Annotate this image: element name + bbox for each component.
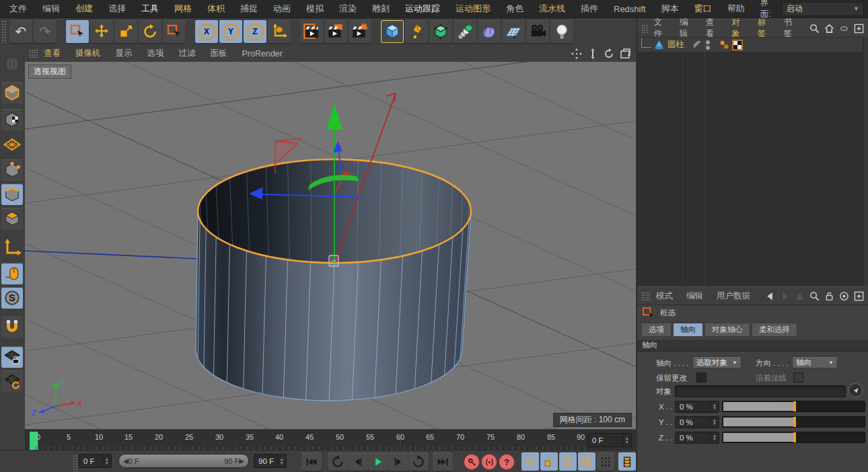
home-icon[interactable] bbox=[824, 24, 834, 34]
next-key-button[interactable] bbox=[408, 453, 429, 471]
z-slider[interactable] bbox=[722, 432, 865, 443]
zoom-view-icon[interactable] bbox=[587, 48, 598, 59]
stepper-icon[interactable]: ▲▼ bbox=[277, 455, 286, 467]
redo-button[interactable]: ↷ bbox=[34, 20, 57, 43]
goto-start-button[interactable] bbox=[301, 453, 322, 471]
am-menu-userdata[interactable]: 用户数据 bbox=[717, 290, 750, 302]
search-icon[interactable] bbox=[809, 291, 820, 301]
magnet-snap-button[interactable] bbox=[1, 317, 23, 338]
keying-settings-button[interactable]: ? bbox=[498, 453, 515, 471]
workplane-mode-cycle-button[interactable] bbox=[1, 370, 23, 392]
am-menu-mode[interactable]: 模式 bbox=[656, 290, 673, 302]
x-value-spinner[interactable]: 0 %▲▼ bbox=[675, 401, 719, 413]
prev-key-button[interactable] bbox=[328, 453, 348, 471]
current-frame-spinner[interactable]: 0 F ▲▼ bbox=[587, 433, 632, 447]
workplane-mode-button[interactable] bbox=[1, 134, 23, 155]
view-name-label[interactable]: 透视视图 bbox=[28, 65, 71, 79]
coordinate-system-button[interactable] bbox=[268, 20, 291, 43]
history-forward-icon[interactable] bbox=[780, 291, 790, 301]
stepper-icon[interactable]: ▲▼ bbox=[622, 434, 631, 446]
lock-workplane-button[interactable] bbox=[1, 346, 23, 368]
object-list[interactable]: 圆柱 bbox=[637, 37, 868, 286]
menu-help[interactable]: 帮助 bbox=[727, 3, 745, 15]
key-rotation-button[interactable] bbox=[559, 453, 577, 471]
add-spline-pen-button[interactable] bbox=[405, 20, 428, 43]
prev-frame-button[interactable] bbox=[348, 453, 368, 471]
pan-view-icon[interactable] bbox=[571, 48, 582, 59]
along-normals-checkbox[interactable] bbox=[793, 372, 803, 383]
keyframe-selection-button[interactable] bbox=[597, 453, 614, 471]
light-button[interactable] bbox=[550, 20, 573, 43]
menu-file[interactable]: 文件 bbox=[9, 3, 27, 15]
menu-simulate[interactable]: 模拟 bbox=[306, 3, 324, 15]
key-position-button[interactable] bbox=[521, 453, 539, 471]
stepper-icon[interactable]: ▲▼ bbox=[710, 401, 719, 412]
menu-plugins[interactable]: 插件 bbox=[581, 3, 598, 15]
om-menu-file[interactable]: 文件 bbox=[653, 17, 666, 40]
menu-snap[interactable]: 捕捉 bbox=[240, 3, 258, 15]
object-row-cylinder[interactable]: 圆柱 bbox=[637, 38, 863, 52]
z-value-spinner[interactable]: 0 %▲▼ bbox=[675, 432, 719, 444]
lock-z-axis-button[interactable]: Z bbox=[244, 20, 266, 43]
toggle-view-icon[interactable] bbox=[620, 48, 630, 59]
menu-motion-tracker[interactable]: 运动跟踪 bbox=[405, 3, 440, 15]
filter-path-icon[interactable] bbox=[839, 24, 849, 34]
menu-edit[interactable]: 编辑 bbox=[42, 3, 60, 15]
viewport-solo-button[interactable] bbox=[1, 263, 23, 284]
key-scale-button[interactable] bbox=[540, 453, 558, 471]
camera-button[interactable] bbox=[526, 20, 549, 43]
x-slider[interactable] bbox=[722, 401, 865, 412]
texture-mode-button[interactable] bbox=[1, 109, 23, 130]
attribute-drag-handle[interactable] bbox=[641, 292, 651, 301]
play-button[interactable] bbox=[368, 453, 388, 471]
frame-ruler[interactable]: 0 5 10 15 20 25 30 35 40 45 50 55 60 65 … bbox=[25, 431, 585, 450]
rotate-tool-button[interactable] bbox=[139, 20, 161, 43]
lock-icon[interactable] bbox=[824, 291, 834, 301]
stepper-icon[interactable]: ▲▼ bbox=[102, 455, 111, 467]
menu-window[interactable]: 窗口 bbox=[694, 3, 712, 15]
uvw-tag-icon[interactable] bbox=[732, 40, 743, 50]
visibility-dots-icon[interactable] bbox=[706, 40, 710, 50]
menu-volume[interactable]: 体积 bbox=[207, 3, 225, 15]
menu-mograph[interactable]: 运动图形 bbox=[456, 3, 491, 15]
search-icon[interactable] bbox=[809, 24, 820, 34]
z-slider-handle[interactable] bbox=[793, 432, 796, 442]
scale-tool-button[interactable] bbox=[114, 20, 137, 43]
om-menu-edit[interactable]: 编辑 bbox=[680, 17, 692, 40]
range-left-arrow-icon[interactable]: ◀ bbox=[123, 457, 129, 465]
keep-changes-checkbox[interactable] bbox=[696, 372, 707, 383]
stepper-icon[interactable]: ▲▼ bbox=[710, 417, 719, 428]
lock-y-axis-button[interactable]: Y bbox=[219, 20, 242, 43]
history-back-icon[interactable] bbox=[765, 291, 775, 301]
axis-mode-dropdown[interactable]: 选取对象▼ bbox=[692, 356, 742, 368]
direction-dropdown[interactable]: 轴向▼ bbox=[792, 356, 838, 368]
object-name[interactable]: 圆柱 bbox=[667, 39, 684, 50]
section-header[interactable]: 轴向 bbox=[637, 339, 868, 352]
vp-menu-panel[interactable]: 面板 bbox=[211, 48, 227, 59]
viewport-canvas[interactable]: 透视视图 网格间距 : 100 cm Y X Z bbox=[25, 62, 636, 429]
menu-select[interactable]: 选择 bbox=[108, 3, 126, 15]
object-manager-drag-handle[interactable] bbox=[641, 24, 648, 33]
target-icon[interactable] bbox=[839, 291, 849, 301]
undo-button[interactable]: ↶ bbox=[9, 20, 32, 43]
move-tool-button[interactable] bbox=[90, 20, 113, 43]
last-tool-button[interactable] bbox=[163, 20, 186, 43]
range-right-arrow-icon[interactable]: ▶ bbox=[239, 457, 244, 465]
vp-menu-view[interactable]: 查看 bbox=[44, 48, 61, 59]
vp-menu-prorender[interactable]: ProRender bbox=[242, 49, 283, 58]
menu-create[interactable]: 创建 bbox=[75, 3, 93, 15]
rotate-view-icon[interactable] bbox=[604, 48, 614, 59]
y-slider[interactable] bbox=[722, 416, 865, 428]
y-value-spinner[interactable]: 0 %▲▼ bbox=[675, 416, 719, 428]
render-to-picture-viewer-button[interactable] bbox=[324, 20, 347, 43]
sweep-generator-button[interactable] bbox=[454, 20, 476, 43]
points-mode-button[interactable] bbox=[1, 159, 23, 181]
key-parameters-button[interactable]: P bbox=[578, 453, 595, 471]
vp-menu-display[interactable]: 显示 bbox=[116, 48, 133, 59]
y-slider-handle[interactable] bbox=[793, 417, 796, 427]
object-list-scrollbar[interactable] bbox=[863, 37, 868, 286]
parent-up-icon[interactable] bbox=[795, 291, 805, 301]
stepper-icon[interactable]: ▲▼ bbox=[710, 432, 719, 443]
interface-dropdown[interactable]: 启动 ▼ bbox=[782, 2, 864, 16]
subdivision-surface-button[interactable] bbox=[429, 20, 452, 43]
